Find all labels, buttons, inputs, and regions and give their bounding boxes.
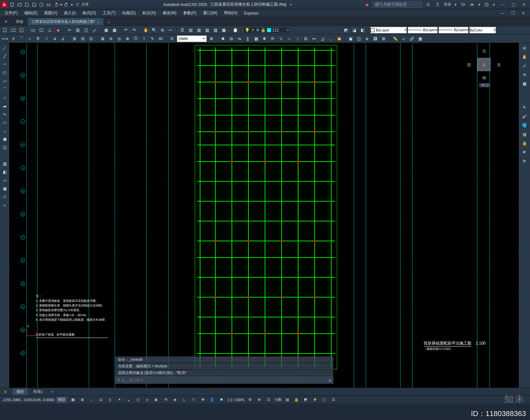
lineweight-dropdown[interactable]: ByLayer ▾: [439, 27, 468, 33]
arc-icon[interactable]: ⌒: [1, 86, 8, 93]
commandline-close-icon[interactable]: ×: [118, 378, 120, 382]
break-icon[interactable]: ⊟: [302, 35, 309, 42]
insertblock-icon[interactable]: ▣: [1, 135, 8, 143]
menu-window[interactable]: 窗口(W): [200, 10, 220, 17]
search-icon[interactable]: [425, 2, 431, 8]
annotation-monitor-icon[interactable]: ⊕: [256, 397, 263, 403]
move-icon[interactable]: ✥: [261, 35, 268, 42]
layout-tabs-menu-icon[interactable]: ≡: [1, 388, 9, 396]
measure-area-icon[interactable]: ▱: [400, 35, 407, 42]
dimedit-icon[interactable]: ✎: [149, 35, 156, 42]
lock-ui-icon[interactable]: 🔒: [293, 397, 300, 403]
saveas-icon[interactable]: [31, 2, 37, 8]
xline-icon[interactable]: ╱: [1, 53, 8, 60]
dim-radius-icon[interactable]: R: [34, 35, 42, 42]
osnap-icon[interactable]: ◻: [134, 397, 141, 403]
selection-cycling-icon[interactable]: ⟲: [162, 397, 169, 403]
zoom-window-icon[interactable]: ⧉: [159, 26, 166, 34]
menu-file[interactable]: 文件(F): [2, 10, 20, 17]
field-icon[interactable]: ⊞: [380, 35, 387, 42]
maximize-button[interactable]: ▢: [509, 1, 518, 8]
ellipsearc-icon[interactable]: ⌓: [1, 127, 8, 134]
cart-icon[interactable]: [460, 2, 466, 8]
block-create-icon[interactable]: ◫: [355, 35, 362, 42]
layers-icon[interactable]: ▤: [521, 131, 528, 138]
gizmo-icon[interactable]: ✥: [199, 397, 206, 403]
block-editor-icon[interactable]: ▩: [111, 26, 118, 34]
isodraft-icon[interactable]: ⟁: [125, 397, 132, 403]
cut-icon[interactable]: ✂: [66, 26, 73, 34]
search-input[interactable]: 键入关键字或短语: [372, 1, 422, 8]
hamburger-icon[interactable]: ≡: [2, 18, 10, 25]
table2-icon[interactable]: ▦: [1, 185, 8, 192]
doc-restore-button[interactable]: ❐: [508, 10, 517, 17]
pline-icon[interactable]: 〰: [1, 61, 8, 68]
centermark-icon[interactable]: ⊕: [124, 35, 131, 42]
annotation-visibility-icon[interactable]: 👤: [208, 397, 216, 403]
measure-dist-icon[interactable]: 📏: [392, 35, 399, 42]
designcenter-icon[interactable]: ▤: [187, 26, 194, 34]
grid-toggle-icon[interactable]: ▦: [69, 397, 77, 403]
doc-minimize-button[interactable]: —: [498, 10, 507, 17]
layer-prev-icon[interactable]: ◪: [350, 26, 358, 34]
close-button[interactable]: ✕: [519, 1, 529, 8]
stretch-icon[interactable]: ↔: [286, 35, 293, 42]
viewcube-south[interactable]: 南: [482, 75, 486, 81]
ellipse-icon[interactable]: ⬭: [1, 119, 8, 126]
layer-iso-icon[interactable]: ◩: [342, 26, 349, 34]
tab-active-document[interactable]: 江西某高层双塔楼全套人防结构施工图* ×: [28, 18, 103, 25]
share-label[interactable]: 共享: [81, 2, 89, 7]
doc-close-button[interactable]: ✕: [519, 10, 528, 17]
dim-break-icon[interactable]: ⊘: [107, 35, 115, 42]
chamfer-icon[interactable]: ◿: [319, 35, 326, 42]
fillet-icon[interactable]: ◟: [327, 35, 334, 42]
lineweight-toggle-icon[interactable]: ≡: [143, 397, 151, 403]
command-text-field[interactable]: [129, 378, 329, 382]
dim-baseline-icon[interactable]: ⊟: [79, 35, 86, 42]
showmotion-icon[interactable]: ▦: [521, 80, 528, 87]
join-icon[interactable]: ⊶: [310, 35, 318, 42]
addselected-icon[interactable]: ＋: [1, 202, 8, 209]
dimstyle-dropdown[interactable]: DIMN ▾: [177, 35, 207, 42]
pencil-icon[interactable]: ✎: [521, 104, 528, 111]
matchprop-icon[interactable]: [91, 26, 98, 34]
menu-draw[interactable]: 绘图(D): [120, 10, 138, 17]
refresh-icon[interactable]: ⟳: [521, 158, 528, 165]
redo2-icon[interactable]: ↷: [131, 26, 138, 34]
dimupdate-icon[interactable]: ↻: [169, 35, 176, 42]
command-dropdown-icon[interactable]: ▴: [329, 378, 331, 382]
share-plane-icon[interactable]: [74, 2, 80, 8]
workspace-switching-icon[interactable]: ⚙: [246, 397, 254, 403]
command-input[interactable]: × ▷_ ▴: [115, 376, 333, 384]
line-icon[interactable]: ／: [1, 44, 8, 52]
sheetset-icon[interactable]: ▧: [203, 26, 211, 34]
markup-icon[interactable]: ▨: [212, 26, 219, 34]
dim-quick-icon[interactable]: ⊞: [71, 35, 78, 42]
3ddwf-icon[interactable]: ◆: [54, 26, 62, 34]
zoom-prev-icon[interactable]: ⤺: [167, 26, 174, 34]
copy-obj-icon[interactable]: ⧉: [228, 35, 235, 42]
offset-icon[interactable]: ‖: [244, 35, 251, 42]
scale-icon[interactable]: ⤡: [277, 35, 285, 42]
zoom-realtime-icon[interactable]: 🔍: [150, 26, 158, 34]
minimize-button[interactable]: —: [498, 1, 507, 8]
viewcube-wcs[interactable]: WCS: [479, 83, 491, 87]
paste-icon[interactable]: [82, 26, 90, 34]
point-icon[interactable]: ·: [1, 152, 8, 159]
tab-add-layout[interactable]: ＋: [49, 389, 56, 395]
xref-icon[interactable]: ⧈: [363, 35, 371, 42]
inspect-icon[interactable]: ⓘ: [132, 35, 139, 42]
publish-icon[interactable]: [46, 26, 53, 34]
annoscale-value[interactable]: 1:1 / 100%: [227, 398, 244, 402]
snapmode-icon[interactable]: ⊞: [79, 397, 86, 403]
viewcube-east[interactable]: 东: [497, 62, 501, 68]
properties-icon[interactable]: ☰: [179, 26, 186, 34]
viewcube-north[interactable]: 北: [482, 48, 486, 54]
undo2-icon[interactable]: ↶: [122, 26, 130, 34]
ucs-icon[interactable]: Y X: [25, 325, 38, 338]
dim-diameter-icon[interactable]: ⌀: [51, 35, 58, 42]
pan-icon[interactable]: ✋: [142, 26, 149, 34]
revcloud-icon[interactable]: ☁: [1, 102, 8, 110]
brush-icon[interactable]: 🖌: [521, 113, 528, 120]
menu-tools[interactable]: 工具(T): [100, 10, 118, 17]
